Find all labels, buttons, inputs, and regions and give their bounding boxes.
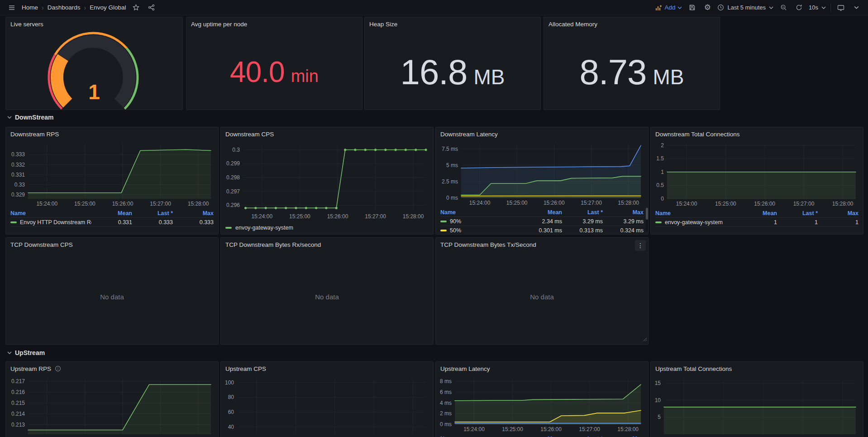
svg-text:6 ms: 6 ms — [440, 389, 452, 395]
svg-text:15:24:00: 15:24:00 — [251, 213, 272, 220]
svg-text:0.214: 0.214 — [11, 411, 25, 417]
panel-title[interactable]: TCP Downstream Bytes Tx/Second — [436, 238, 648, 250]
svg-text:1.5: 1.5 — [656, 155, 664, 162]
panel-downstream-rps: Downstream RPS 15:24:0015:25:0015:26:001… — [5, 127, 219, 235]
upstream-cps-chart[interactable]: 15:24:0015:25:0015:26:0015:27:0015:28:00… — [223, 375, 431, 437]
svg-text:15:27:00: 15:27:00 — [581, 200, 602, 206]
panel-title[interactable]: Downstream Latency — [436, 127, 648, 140]
toolbar-divider — [830, 4, 831, 12]
panel-upstream-total-connections: Upstream Total Connections 15:24:0015:25… — [650, 361, 863, 437]
svg-text:15:28:00: 15:28:00 — [188, 201, 209, 207]
svg-text:15:25:00: 15:25:00 — [715, 201, 736, 207]
svg-text:15:26:00: 15:26:00 — [540, 426, 562, 432]
stat-value: 40.0 — [230, 55, 285, 89]
legend-item[interactable]: 90%2.34 ms3.29 ms3.29 ms — [440, 216, 644, 226]
svg-text:5 ms: 5 ms — [446, 162, 458, 168]
svg-text:1: 1 — [661, 169, 664, 175]
upstream-rps-chart[interactable]: 15:24:0015:25:0015:26:0015:27:0015:28:00… — [8, 375, 216, 437]
no-data-message: No data — [221, 250, 433, 344]
upstream-section-toggle[interactable]: UpStream — [7, 349, 45, 356]
panel-title[interactable]: Upstream RPS — [6, 362, 218, 375]
legend-item[interactable]: 50%0.301 ms0.313 ms0.324 ms — [440, 226, 644, 234]
refresh-button[interactable] — [793, 2, 804, 13]
svg-text:15:26:00: 15:26:00 — [112, 201, 134, 207]
panel-title[interactable]: Upstream Total Connections — [651, 362, 863, 375]
zoom-out-button[interactable] — [778, 2, 789, 13]
svg-text:15:25:00: 15:25:00 — [502, 426, 523, 432]
legend-item[interactable]: envoy-gateway-system111 — [655, 217, 858, 227]
downstream-section-toggle[interactable]: DownStream — [7, 114, 54, 121]
downstream-total-connections-chart[interactable]: 15:24:0015:25:0015:26:0015:27:0015:28:00… — [653, 140, 861, 208]
panel-title[interactable]: Upstream Latency — [436, 362, 648, 375]
chevron-right-icon: › — [38, 4, 48, 11]
legend-item[interactable]: envoy-gateway-system — [225, 221, 429, 231]
panel-title[interactable]: Heap Size — [365, 17, 540, 30]
time-range-label: Last 5 minutes — [727, 4, 766, 11]
time-range-picker[interactable]: Last 5 minutes — [717, 4, 773, 11]
legend-header: NameMeanLast *Max — [655, 209, 858, 217]
panel-title[interactable]: Downstream Total Connections — [651, 127, 863, 140]
chevron-down-icon — [821, 6, 826, 9]
panel-title[interactable]: Allocated Memory — [544, 17, 720, 30]
svg-text:15: 15 — [655, 380, 661, 386]
svg-text:4 ms: 4 ms — [440, 400, 452, 406]
legend-table: NameMeanLast *Maxenvoy-gateway-system111 — [651, 208, 863, 227]
refresh-interval-dropdown[interactable]: 10s — [809, 4, 826, 11]
upstream-total-connections-chart[interactable]: 15:24:0015:25:0015:26:0015:27:0015:28:00… — [653, 375, 861, 437]
legend-table: NameMeanLast *Max — [436, 433, 648, 437]
downstream-rps-chart[interactable]: 15:24:0015:25:0015:26:0015:27:0015:28:00… — [8, 140, 216, 208]
clock-icon — [717, 4, 724, 11]
panel-tcp-downstream-bytes-rx: TCP Downstream Bytes Rx/second No data — [220, 237, 434, 345]
chevron-down-icon[interactable] — [851, 2, 862, 13]
upstream-latency-chart[interactable]: 15:24:0015:25:0015:26:0015:27:0015:28:00… — [438, 375, 646, 433]
share-icon[interactable] — [146, 2, 157, 13]
svg-text:40: 40 — [228, 424, 234, 430]
panel-title[interactable]: Avg uptime per node — [186, 17, 362, 30]
legend-scrollbar[interactable] — [646, 208, 648, 231]
breadcrumb-dashboards[interactable]: Dashboards — [48, 4, 81, 11]
legend-header: NameMeanLast *Max — [440, 434, 644, 437]
svg-text:0 ms: 0 ms — [440, 421, 452, 427]
star-icon[interactable] — [130, 2, 141, 13]
info-icon[interactable] — [55, 365, 61, 372]
svg-text:2 ms: 2 ms — [440, 410, 452, 417]
svg-text:0.5: 0.5 — [656, 182, 664, 188]
panel-menu-button[interactable]: ⋮ — [635, 240, 646, 251]
panel-downstream-latency: Downstream Latency 15:24:0015:25:0015:26… — [435, 127, 649, 235]
breadcrumb: Home › Dashboards › Envoy Global — [22, 4, 126, 11]
svg-text:15:26:00: 15:26:00 — [754, 201, 775, 207]
breadcrumb-home[interactable]: Home — [22, 4, 38, 11]
add-button[interactable]: Add — [655, 4, 682, 11]
legend-item[interactable]: Envoy HTTP Downstream Rq total0.3310.333… — [10, 217, 214, 227]
svg-text:10: 10 — [655, 397, 661, 403]
downstream-latency-chart[interactable]: 15:24:0015:25:0015:26:0015:27:0015:28:00… — [438, 140, 646, 207]
grafana-dashboard: Home › Dashboards › Envoy Global Add — [0, 0, 868, 437]
chevron-down-icon — [7, 116, 12, 119]
panel-upstream-cps: Upstream CPS 15:24:0015:25:0015:26:0015:… — [220, 361, 434, 437]
panel-title[interactable]: Live servers — [6, 17, 182, 30]
panel-title[interactable]: Downstream RPS — [6, 127, 218, 140]
resize-handle[interactable] — [642, 335, 647, 343]
dashboard-settings-button[interactable]: ⚙ — [702, 2, 713, 13]
save-dashboard-button[interactable] — [687, 2, 697, 13]
panel-title[interactable]: TCP Downstream CPS — [6, 238, 218, 250]
panel-title[interactable]: TCP Downstream Bytes Rx/second — [221, 238, 433, 250]
svg-text:8 ms: 8 ms — [440, 378, 452, 384]
svg-text:15:27:00: 15:27:00 — [150, 201, 171, 207]
menu-icon[interactable] — [6, 2, 17, 13]
svg-text:15:27:00: 15:27:00 — [793, 201, 815, 207]
svg-text:0.216: 0.216 — [11, 389, 25, 395]
svg-text:80: 80 — [228, 394, 234, 400]
panel-title[interactable]: Downstream CPS — [221, 127, 433, 140]
panel-tcp-downstream-cps: TCP Downstream CPS No data — [5, 237, 219, 345]
bar-chart-plus-icon — [655, 4, 662, 11]
svg-text:0.331: 0.331 — [11, 172, 25, 178]
panel-title[interactable]: Upstream CPS — [221, 362, 433, 375]
svg-text:7.5 ms: 7.5 ms — [442, 146, 458, 152]
chevron-down-icon — [7, 351, 12, 354]
legend-table: NameMeanLast *Max90%2.34 ms3.29 ms3.29 m… — [436, 207, 648, 234]
downstream-cps-chart[interactable]: 15:24:0015:25:0015:26:0015:27:0015:28:00… — [223, 140, 431, 221]
gear-icon: ⚙ — [704, 4, 711, 11]
svg-text:15:26:00: 15:26:00 — [544, 200, 565, 206]
cycle-view-button[interactable] — [835, 2, 846, 13]
